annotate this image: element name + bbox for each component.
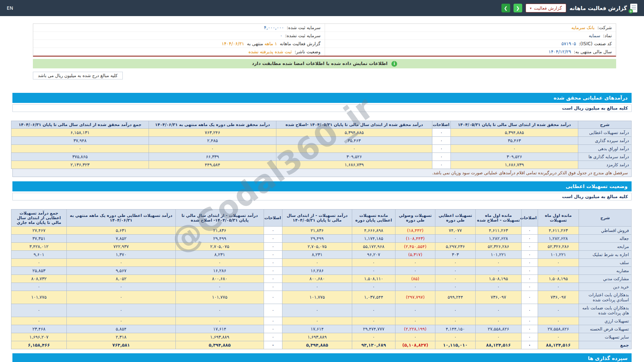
value-cell: ۱,۱۷۴,۱۸۵ [352,234,395,242]
previous-report-button[interactable]: ❯ [501,4,510,12]
value-cell: ۹,۵۶۷ [67,266,176,275]
value-cell: ۰ [395,304,435,317]
value-cell: ۰ [176,258,264,266]
table-row: مشارکت مدني۱,۵۰۸,۱۹۵۰۱,۵۰۸,۱۹۵۰(۸۵)۱,۵۰۸… [11,275,632,283]
value-cell: ۰ [432,136,451,144]
value-cell: ۰ [264,234,282,242]
value-cell: ۰ [264,317,282,325]
symbol-value[interactable]: سمایه [589,33,600,38]
field-label: وضعیت ناشر: [294,49,320,54]
value-cell: ۰ [522,258,538,266]
table-row: اجاره به شرط تملیک۱۰۱,۲۲۱۰۱۰۱,۲۲۱۳۰۳(۵,۳… [11,250,632,258]
table-row: مضاربه۰۰۰۰۰۰۱۶,۲۸۶۰۱۶,۲۸۶۹,۵۶۷۲۵,۸۵۳ [11,266,632,275]
value-cell: ۷,۸۵۲ [67,234,176,242]
value-cell: ۱,۲۸۲,۶۲۸ [476,234,522,242]
company-info-right-column: شرکت: بانک سرمایه نماد: سمایه کد صنعت (I… [325,24,616,56]
next-report-button[interactable]: ❮ [514,4,522,12]
table-row: سایر تسهیلات۰۰۰۰۰۰۱,۶۹۳,۸۸۹۰۱,۶۹۳,۸۸۹۲,۳… [11,333,632,341]
row-label: جعاله [579,234,632,242]
row-label: اجاره به شرط تملیک [579,250,632,258]
value-cell: ۴۴۹,۵۸۴ [149,161,276,169]
value-cell: ۳۰۹,۵۲۶ [276,153,432,161]
value-cell: ۰ [432,144,451,153]
value-cell: (۸۵) [395,275,435,283]
symbol-field: نماد: سمایه [325,32,616,40]
value-cell: ۰ [176,304,264,317]
value-cell: ۰ [522,250,538,258]
value-cell: ۰ [435,266,476,275]
value-cell: ۰ [476,283,522,291]
value-cell: ۰ [352,317,395,325]
value-cell: ۰ [264,266,282,275]
value-cell: ۵,۳۹۴,۸۸۵ [176,341,264,349]
value-cell: ۰ [435,275,476,283]
value-cell: ۳,۴۲۸,۰۱۲ [11,242,67,250]
top-navbar: + گزارش فعالیت ماهانه گزارش فعالیت ▾ ❮ ❯… [0,0,644,16]
table-row: درآمد تسهیلات اعطایی۵,۳۹۴,۸۸۵۰۵,۳۹۴,۸۸۵۷… [11,128,632,136]
value-cell: ۰ [264,226,282,234]
value-cell: ۰ [538,317,579,325]
value-cell: ۱۰۱,۲۲۱ [476,250,522,258]
value-cell: ۸,۲۳۱ [282,250,352,258]
value-cell: ۰ [264,283,282,291]
value-cell: ۰ [522,234,538,242]
value-cell: ۰ [522,304,538,317]
table-row: درآمد اوراق بدهی۰۰۰۰۰ [11,144,632,153]
row-label: مرابحه [579,242,632,250]
value-cell: ۰ [522,226,538,234]
value-cell: ۲۹,۴۹۹ [176,234,264,242]
row-label: بدهکاران بابت ضمانت نامه هاي پرداخت شده [579,304,632,317]
value-cell: ۲,۴۸۵ [149,136,276,144]
value-cell: ۱۰۱,۷۷۵ [282,291,352,304]
value-cell: (۱۸,۴۴۲) [395,226,435,234]
value-cell: ۲۷,۵۵۸,۸۲۶ [476,325,522,333]
value-cell: ۰ [432,161,451,169]
period-length-value: ۱ ماهه [265,41,277,46]
column-header: درآمد تسهیلات - از ابتدای سال مالی تا پا… [282,209,352,226]
value-cell: ۰ [395,283,435,291]
field-label: کد صنعت (ISIC): [579,41,612,46]
column-header: تسهیلات اعطایي طي دوره [435,209,476,226]
table-row: مرابحه۵۲,۳۲۶,۲۸۶۰۵۲,۳۲۶,۲۸۶۵,۲۹۷,۲۳۶(۲,۴… [11,242,632,250]
value-cell: (۱۰۸,۴۴۳) [395,234,435,242]
value-cell: (۲,۲۲۸,۱۹۹) [395,325,435,333]
value-cell: ۰ [264,250,282,258]
report-file-icon[interactable]: + [630,4,637,12]
value-cell: ۸۰۰,۶۸۰ [282,275,352,283]
value-cell: ۳۷۵,۸۶۵ [11,153,149,161]
value-cell: ۰ [264,275,282,283]
company-field: شرکت: بانک سرمایه [325,24,616,32]
value-cell: ۱۷,۶۱۴ [176,325,264,333]
value-cell: ۲۹,۴۹۹ [282,234,352,242]
value-cell: ۴,۶۱۱,۲۶۳ [538,226,579,234]
value-cell: ۲,۳۱۸ [67,333,176,341]
isic-value: ۵۷۱۹۰۵ [561,41,576,46]
value-cell: ۸۸,۱۲۴,۵۱۶ [538,341,579,349]
value-cell: ۱,۶۸۶,۷۳۹ [451,161,578,169]
value-cell: ۱,۵۰۸,۱۹۵ [476,275,522,283]
value-cell: ۸,۰۵۲ [67,275,176,283]
value-cell: ۰ [67,291,176,304]
column-header: درآمد تسهیلات - از ابتدای سال مالي تا پا… [176,209,264,226]
value-cell: ۵,۶۳۱ [67,226,176,234]
value-cell: ۰ [67,283,176,291]
column-header: اصلاحات [522,209,538,226]
value-cell: (۲,۴۵۰,۵۵۴) [395,242,435,250]
value-cell: ۶,۱۵۸,۴۶۶ [11,341,67,349]
column-header: جمع درآمد تسهیلات اعطایی از ابتدای سال م… [11,209,67,226]
report-type-label: گزارش فعالیت [534,5,562,11]
row-label: درآمد اوراق بدهی [578,144,632,153]
language-switch-en[interactable]: EN [7,5,13,11]
period-end-date-value: ۱۴۰۴/۰۶/۳۱ [222,41,244,46]
value-cell: ۱,۵۰۸,۱۹۵ [538,275,579,283]
value-cell: ۰ [522,333,538,341]
value-cell: ۰ [395,317,435,325]
value-cell: ۲۱,۸۳۶ [176,226,264,234]
report-type-dropdown[interactable]: گزارش فعالیت ▾ [526,4,566,12]
company-name-value[interactable]: بانک سرمایه [572,25,595,30]
company-info-left-column: سرمایه ثبت شده: ۴,۰۰۰,۰۰۰ سرمایه ثبت نشد… [33,24,325,56]
value-cell: ۰ [476,333,522,341]
value-cell: ۲۷,۴۶۷ [11,226,67,234]
row-label: فروش اقساطي [579,226,632,234]
value-cell: ۱۰۱,۷۷۵ [11,291,67,304]
